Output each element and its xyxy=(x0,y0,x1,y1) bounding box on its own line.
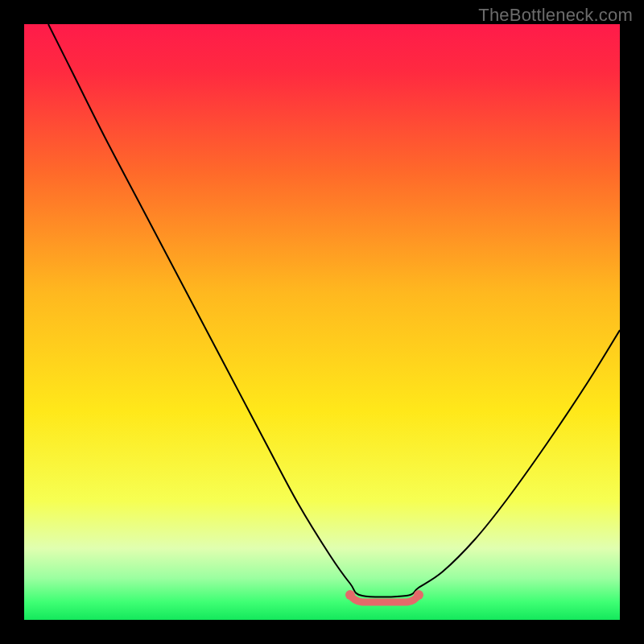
flat-segment-endpoint xyxy=(345,590,355,600)
plot-area xyxy=(24,24,620,620)
watermark-text: TheBottleneck.com xyxy=(478,5,633,26)
curve-line xyxy=(48,24,620,597)
chart-frame: TheBottleneck.com xyxy=(0,0,644,644)
flat-segment-endpoint xyxy=(414,590,423,600)
flat-segment xyxy=(345,590,423,602)
bottleneck-curve xyxy=(24,24,620,620)
